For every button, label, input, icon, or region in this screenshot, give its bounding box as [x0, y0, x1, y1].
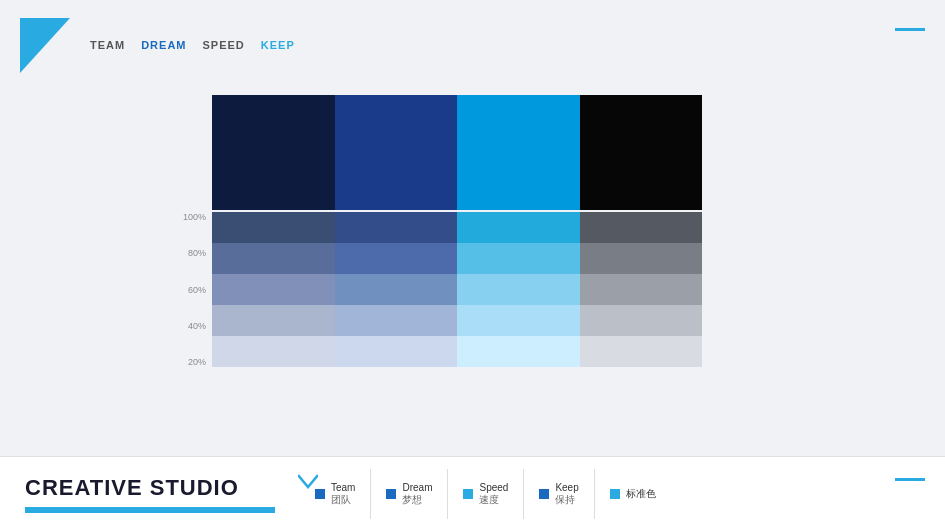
footer-nav-zh: 速度 [479, 493, 508, 507]
svg-rect-4 [539, 489, 549, 499]
nav-speed: SPEED [203, 39, 245, 51]
svg-rect-3 [463, 489, 473, 499]
footer-nav-item-4[interactable]: 标准色 [595, 469, 671, 519]
swatch2-r1-c2 [457, 243, 580, 274]
swatch-bright-blue [457, 95, 580, 210]
footer-dot-icon [610, 489, 620, 499]
swatch2-r3-c0 [212, 305, 335, 336]
footer-brand: CREATIVE STUDIO [0, 475, 300, 513]
footer-nav: Team团队Dream梦想Speed速度Keep保持标准色 [300, 469, 945, 519]
swatch-black [580, 95, 703, 210]
swatch2-r4-c3 [580, 336, 703, 367]
swatch2-r2-c3 [580, 274, 703, 305]
footer-dot-icon [386, 489, 396, 499]
footer-nav-item-2[interactable]: Speed速度 [448, 469, 524, 519]
swatch2-r1-c0 [212, 243, 335, 274]
footer-right-line [895, 478, 925, 481]
header-line [895, 28, 925, 31]
swatch2-r4-c0 [212, 336, 335, 367]
swatch2-r0-c2 [457, 212, 580, 243]
swatches-row1 [212, 95, 702, 210]
footer-nav-en: Team [331, 482, 355, 493]
footer-title: CREATIVE STUDIO [25, 475, 300, 501]
logo-triangle [20, 18, 70, 73]
swatch2-r0-c3 [580, 212, 703, 243]
footer-nav-zh: 团队 [331, 493, 355, 507]
swatches-row2 [212, 212, 702, 367]
nav-keep: KEEP [261, 39, 295, 51]
chart-lower: 100%80%60%40%20% [180, 212, 690, 367]
svg-marker-0 [20, 18, 70, 73]
pct-label: 40% [188, 321, 206, 331]
swatch2-r3-c1 [335, 305, 458, 336]
swatch2-r3-c3 [580, 305, 703, 336]
header-nav: TEAM DREAM SPEED KEEP [90, 39, 295, 51]
header: TEAM DREAM SPEED KEEP [0, 0, 945, 90]
footer-nav-text: Team团队 [331, 482, 355, 507]
swatch-dark-navy [212, 95, 335, 210]
swatch2-r2-c2 [457, 274, 580, 305]
nav-dream: DREAM [141, 39, 186, 51]
footer-nav-en: 标准色 [626, 487, 656, 501]
swatch2-r2-c0 [212, 274, 335, 305]
svg-rect-2 [386, 489, 396, 499]
footer: CREATIVE STUDIO Team团队Dream梦想Speed速度Keep… [0, 456, 945, 531]
swatch2-r1-c1 [335, 243, 458, 274]
chart-area: 100%80%60%40%20% [180, 95, 690, 385]
footer-nav-en: Keep [555, 482, 578, 493]
footer-nav-text: Dream梦想 [402, 482, 432, 507]
swatch2-r4-c1 [335, 336, 458, 367]
footer-nav-item-3[interactable]: Keep保持 [524, 469, 594, 519]
swatch2-r4-c2 [457, 336, 580, 367]
footer-nav-text: Speed速度 [479, 482, 508, 507]
footer-nav-item-1[interactable]: Dream梦想 [371, 469, 448, 519]
footer-nav-en: Dream [402, 482, 432, 493]
footer-nav-text: 标准色 [626, 487, 656, 501]
pct-labels: 100%80%60%40%20% [180, 212, 210, 367]
chevron-down-icon [298, 471, 318, 491]
footer-nav-zh: 保持 [555, 493, 578, 507]
footer-bar [25, 507, 275, 513]
pct-label: 20% [188, 357, 206, 367]
footer-nav-zh: 梦想 [402, 493, 432, 507]
footer-dot-icon [463, 489, 473, 499]
footer-nav-text: Keep保持 [555, 482, 578, 507]
swatch2-r1-c3 [580, 243, 703, 274]
footer-nav-en: Speed [479, 482, 508, 493]
nav-team: TEAM [90, 39, 125, 51]
pct-label: 100% [183, 212, 206, 222]
swatch2-r0-c0 [212, 212, 335, 243]
svg-rect-5 [610, 489, 620, 499]
swatch2-r0-c1 [335, 212, 458, 243]
swatch2-r3-c2 [457, 305, 580, 336]
swatch-dark-blue [335, 95, 458, 210]
footer-dot-icon [539, 489, 549, 499]
pct-label: 80% [188, 248, 206, 258]
swatch2-r2-c1 [335, 274, 458, 305]
pct-label: 60% [188, 285, 206, 295]
